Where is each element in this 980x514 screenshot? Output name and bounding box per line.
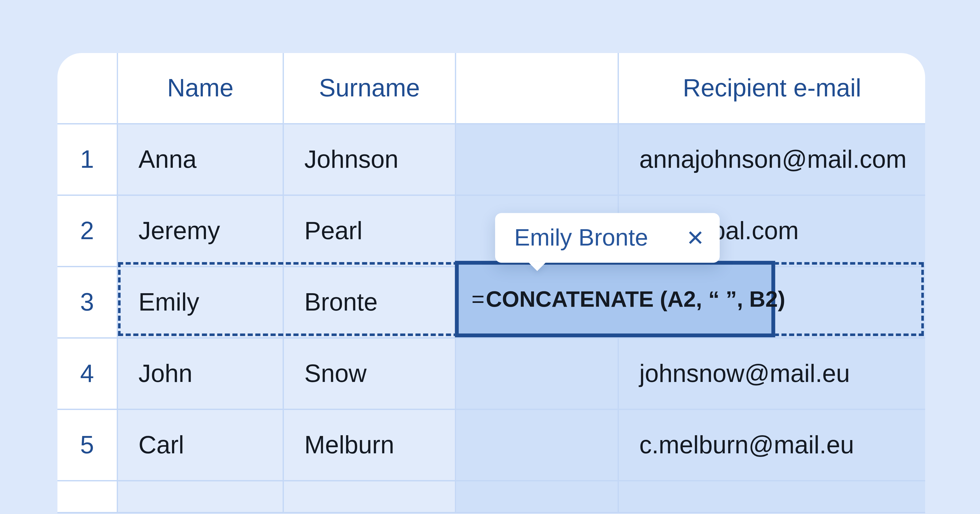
cell-formula[interactable] bbox=[456, 339, 619, 410]
cell-surname[interactable]: Snow bbox=[284, 339, 456, 410]
header-formula[interactable] bbox=[456, 53, 619, 124]
formula-equals: = bbox=[472, 286, 485, 312]
cell-name[interactable]: Emily bbox=[118, 267, 284, 339]
formula-result-tooltip: Emily Bronte ✕ bbox=[495, 213, 719, 263]
row-number[interactable]: 1 bbox=[57, 124, 118, 196]
row-number[interactable] bbox=[57, 481, 118, 513]
cell-name[interactable]: John bbox=[118, 339, 284, 410]
cell-formula[interactable] bbox=[456, 124, 619, 196]
formula-text: CONCATENATE (A2, “ ”, B2) bbox=[486, 286, 785, 312]
cell-surname[interactable]: Melburn bbox=[284, 410, 456, 481]
table-row: 5 Carl Melburn c.melburn@mail.eu bbox=[57, 410, 925, 481]
row-number[interactable]: 2 bbox=[57, 196, 118, 267]
cell-name[interactable]: Carl bbox=[118, 410, 284, 481]
cell-email[interactable] bbox=[619, 481, 925, 513]
close-icon[interactable]: ✕ bbox=[686, 227, 704, 249]
cell-email[interactable]: c.melburn@mail.eu bbox=[619, 410, 925, 481]
cell-surname[interactable]: Johnson bbox=[284, 124, 456, 196]
cell-formula[interactable] bbox=[456, 481, 619, 513]
cell-surname[interactable]: Bronte bbox=[284, 267, 456, 339]
header-surname[interactable]: Surname bbox=[284, 53, 456, 124]
active-formula-cell[interactable]: =CONCATENATE (A2, “ ”, B2) bbox=[455, 261, 775, 337]
tooltip-text: Emily Bronte bbox=[514, 225, 648, 251]
cell-name[interactable] bbox=[118, 481, 284, 513]
cell-surname[interactable]: Pearl bbox=[284, 196, 456, 267]
header-row: Name Surname Recipient e-mail bbox=[57, 53, 925, 124]
row-number[interactable]: 5 bbox=[57, 410, 118, 481]
header-rownum[interactable] bbox=[57, 53, 118, 124]
table-row: 1 Anna Johnson annajohnson@mail.com bbox=[57, 124, 925, 196]
spreadsheet: Name Surname Recipient e-mail 1 Anna Joh… bbox=[57, 53, 925, 513]
table-row: 2 Jeremy Pearl rl@global.com bbox=[57, 196, 925, 267]
cell-email[interactable]: annajohnson@mail.com bbox=[619, 124, 925, 196]
cell-email[interactable]: johnsnow@mail.eu bbox=[619, 339, 925, 410]
header-name[interactable]: Name bbox=[118, 53, 284, 124]
cell-name[interactable]: Anna bbox=[118, 124, 284, 196]
header-email[interactable]: Recipient e-mail bbox=[619, 53, 925, 124]
cell-surname[interactable] bbox=[284, 481, 456, 513]
table-row bbox=[57, 481, 925, 513]
cell-formula[interactable] bbox=[456, 410, 619, 481]
cell-name[interactable]: Jeremy bbox=[118, 196, 284, 267]
row-number[interactable]: 3 bbox=[57, 267, 118, 339]
table-row: 4 John Snow johnsnow@mail.eu bbox=[57, 339, 925, 410]
row-number[interactable]: 4 bbox=[57, 339, 118, 410]
